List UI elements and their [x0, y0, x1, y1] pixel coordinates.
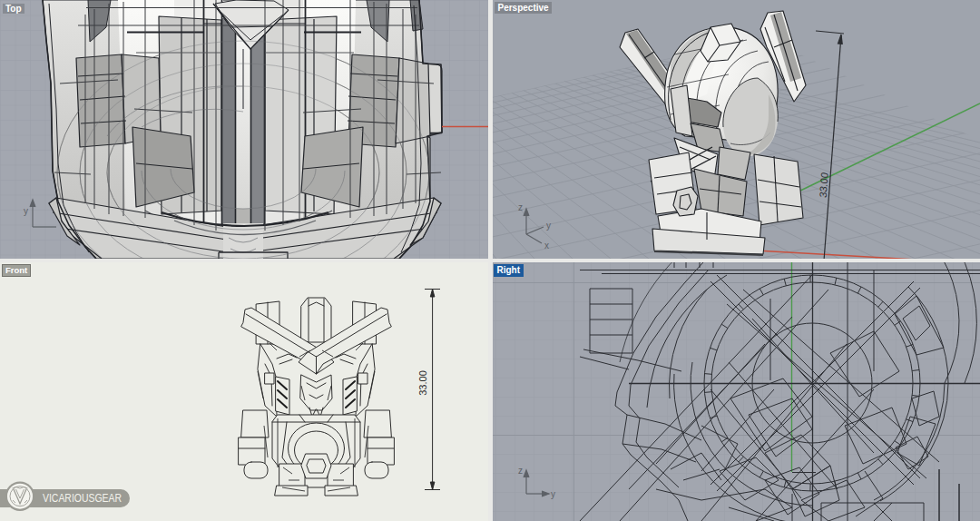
svg-text:33.00: 33.00	[818, 172, 830, 199]
svg-text:z: z	[518, 202, 523, 212]
svg-text:y: y	[24, 206, 28, 216]
svg-text:33.00: 33.00	[417, 370, 428, 396]
svg-text:VICARIOUSGEAR: VICARIOUSGEAR	[43, 492, 122, 505]
svg-text:z: z	[518, 466, 523, 476]
svg-text:x: x	[544, 241, 549, 251]
svg-text:y: y	[551, 489, 555, 499]
svg-text:y: y	[546, 221, 551, 231]
